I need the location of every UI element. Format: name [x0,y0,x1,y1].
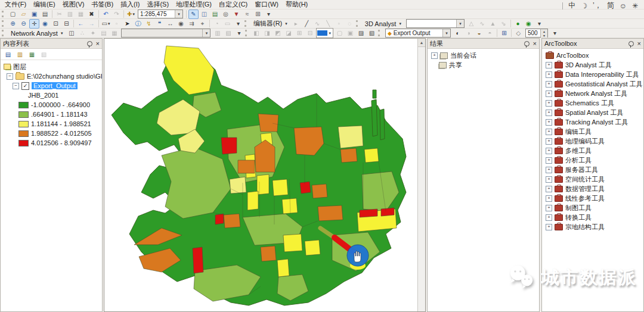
toc-pin-icon[interactable] [87,41,92,46]
legend-swatch[interactable] [18,140,29,146]
copy-icon[interactable]: ▥ [65,10,75,19]
menu-item[interactable]: 书签(B) [88,0,117,10]
identify-icon[interactable]: ⓘ [133,19,143,29]
legend-swatch[interactable] [18,102,29,108]
toolbar-grip[interactable] [356,20,360,27]
table-of-contents-icon[interactable]: ◫ [199,10,209,19]
interpolate-polygon-icon[interactable]: ▲ [488,19,498,29]
district-shape[interactable] [371,99,377,136]
results-item[interactable]: 共享 [428,60,539,70]
paste-icon[interactable]: ▦ [76,10,86,19]
fixed-zoom-out-icon[interactable]: ⊟ [61,19,72,29]
layout-page-icon[interactable]: ▢ [335,29,345,38]
network-dataset-combo[interactable]: ▾ [121,29,210,38]
map-document2-icon[interactable]: ▧ [367,29,377,38]
map-scale-combo[interactable]: 1:285,475▾ [138,10,183,18]
search-icon[interactable]: ◎ [221,10,231,19]
arctoolbox-item[interactable]: +数据管理工具 [542,184,643,194]
flicker-icon[interactable]: ◇ [513,29,524,38]
toolbar-grip[interactable] [2,11,5,17]
network-build-icon[interactable]: ▧ [223,29,233,38]
editor-toolbar-toggle-icon[interactable]: ✎ [188,10,199,19]
fix-topology-icon[interactable]: ◪ [283,29,293,38]
steepest-path-icon[interactable]: ⇘ [499,19,509,29]
pan-icon[interactable]: ✛ [29,19,39,29]
combo-dropdown-button[interactable]: ▾ [456,20,464,27]
arctoolbox-toggle-icon[interactable]: ▼ [231,10,242,19]
profile-graph-icon[interactable]: ◉ [524,19,534,29]
district-shape[interactable] [381,208,394,216]
toolbar-grip[interactable] [244,20,248,27]
ime-emoji-icon[interactable]: ☺ [620,2,627,10]
map-document-icon[interactable]: ▨ [356,29,366,38]
back-extent-icon[interactable]: ← [76,19,86,29]
network-analyst-menu[interactable]: Network Analyst▾ [8,30,66,37]
district-shape[interactable] [338,126,363,148]
find-route-icon[interactable]: ⇉ [187,19,197,29]
ime-punctuation-icon[interactable]: ’， [593,1,602,11]
legend-swatch[interactable] [18,121,29,127]
expand-icon[interactable]: + [546,214,552,221]
grid-view-icon[interactable]: ⊟ [305,29,315,38]
create-contour-icon[interactable]: ● [513,19,523,29]
3d-analyst-menu[interactable]: 3D Analyst▾ [362,20,404,27]
trace-tool-icon[interactable]: ╲ [323,19,333,29]
arctoolbox-item[interactable]: +转换工具 [542,213,643,222]
results-item[interactable]: +当前会话 [428,51,539,60]
measure-icon[interactable]: ↔ [165,19,175,29]
validate-topology-icon[interactable]: ◩ [273,29,283,38]
tools-toolbar-overflow[interactable]: ▾ [233,19,243,29]
symbol-color-swatch[interactable]: ▾ [316,28,333,38]
arctoolbox-item[interactable]: +多维工具 [542,146,643,155]
arctoolbox-item[interactable]: +线性参考工具 [542,194,643,203]
legend-class-row[interactable]: 1.988522 - 4.012505 [1,129,102,138]
menu-item[interactable]: 帮助(H) [282,0,311,10]
expand-icon[interactable]: + [431,52,438,59]
expand-icon[interactable]: + [546,91,552,97]
arctoolbox-item[interactable]: +编辑工具 [542,127,643,136]
time-slider-icon[interactable]: ◔ [212,19,222,29]
interpolate-point-icon[interactable]: △ [466,19,476,29]
toolbar-grip[interactable] [378,30,382,36]
topology-error-icon[interactable]: ◨ [262,29,272,38]
arctoolbox-close-icon[interactable]: × [637,40,641,46]
flicker-rate-spinner[interactable]: 500▴▾ [525,29,548,38]
go-to-xy-icon[interactable]: ⌖ [197,19,208,29]
find-icon[interactable]: ◉ [176,19,186,29]
arctoolbox-item[interactable]: +服务器工具 [542,165,643,174]
expand-icon[interactable]: + [546,71,552,78]
arctoolbox-item[interactable]: +Spatial Analyst 工具 [542,108,643,117]
district-shape[interactable] [312,184,327,198]
interpolate-line-icon[interactable]: ∿ [477,19,487,29]
list-by-drawing-order-icon[interactable]: ▤ [3,49,13,59]
undo-icon[interactable]: ↶ [101,10,111,19]
legend-class-row[interactable]: -1.000000 - .664900 [1,100,102,110]
list-by-selection-icon[interactable]: ▧ [39,49,49,59]
district-shape[interactable] [305,240,320,255]
forward-extent-icon[interactable]: → [86,19,97,29]
expand-icon[interactable]: + [546,81,552,88]
toc-layers-item[interactable]: 图层 [1,62,102,71]
layer-visibility-checkbox[interactable]: ✓ [21,82,29,90]
list-by-source-icon[interactable]: ▥ [15,49,25,59]
menu-item[interactable]: 文件(F) [1,0,30,10]
district-shape[interactable] [261,246,276,261]
ime-simplified-icon[interactable]: 简 [607,1,614,11]
export-output-combo[interactable]: ◆Export Output▾ [385,29,451,38]
menu-item[interactable]: 视图(V) [59,0,88,10]
menu-item[interactable]: 编辑(E) [30,0,59,10]
arctoolbox-item[interactable]: +宗地结构工具 [542,222,643,232]
raster-grid-icon[interactable]: ⊞ [499,29,509,38]
arctoolbox-item[interactable]: +Geostatistical Analyst 工具 [542,79,643,89]
delete-icon[interactable]: ✖ [86,10,97,19]
ime-settings-icon[interactable]: ✳ [632,2,638,10]
menu-item[interactable]: 地理处理(G) [172,0,215,10]
expand-icon[interactable]: + [546,138,552,145]
save-icon[interactable]: ▣ [29,10,39,19]
network-analyst-window-icon[interactable]: ◫ [66,29,76,38]
legend-swatch[interactable] [18,111,29,118]
expand-icon[interactable]: + [546,224,552,230]
network-traffic-icon[interactable]: ▦ [109,29,119,38]
expand-icon[interactable]: + [546,119,552,126]
fixed-zoom-in-icon[interactable]: ⊡ [51,19,61,29]
